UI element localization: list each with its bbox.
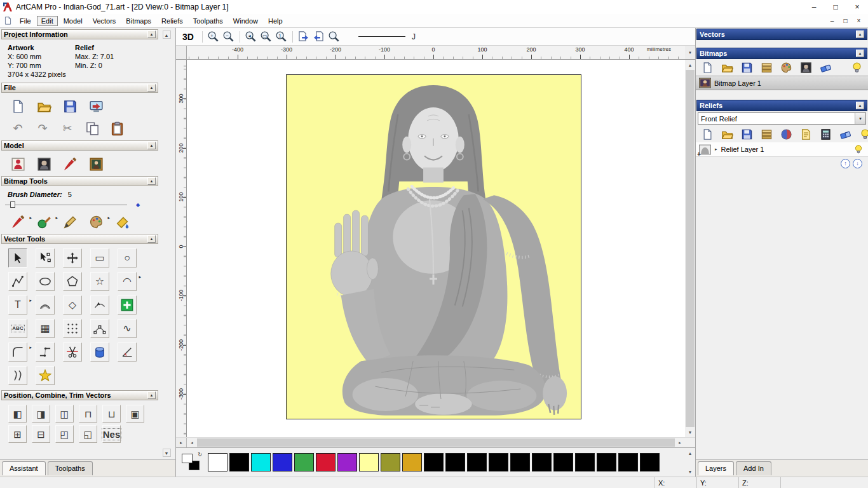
brush-diameter-slider[interactable]: ◆ bbox=[0, 198, 160, 210]
fillet-tool-flyout-icon[interactable]: ▸ bbox=[29, 345, 32, 350]
relief-set-select[interactable]: Front Relief ▼ bbox=[698, 112, 866, 125]
new-relief-layer-button[interactable] bbox=[700, 127, 715, 141]
palette-swatch-1[interactable] bbox=[229, 453, 249, 471]
toggle-relief-visibility-button[interactable] bbox=[857, 127, 868, 141]
paint-selective-button-flyout-icon[interactable]: ▸ bbox=[55, 215, 58, 220]
drawing-viewport[interactable] bbox=[187, 60, 685, 437]
join-vectors-tool[interactable] bbox=[36, 342, 55, 362]
palette-swatch-5[interactable] bbox=[316, 453, 336, 471]
group-vectors-button[interactable]: ⊞ bbox=[8, 425, 27, 443]
palette-swatch-7[interactable] bbox=[359, 453, 379, 471]
palette-swatch-15[interactable] bbox=[532, 453, 552, 471]
palette-swatch-9[interactable] bbox=[402, 453, 422, 471]
3d-view-button[interactable]: 3D bbox=[182, 32, 194, 42]
foreground-background-colors[interactable]: ↻ bbox=[181, 452, 203, 473]
delete-bitmap-layer-button[interactable] bbox=[818, 60, 833, 74]
create-text-tool[interactable]: T▸ bbox=[8, 295, 27, 315]
set-model-size-button[interactable] bbox=[9, 156, 27, 172]
collapse-reliefs-panel-button[interactable]: ▲ bbox=[856, 102, 864, 109]
assistant-scroll-down-button[interactable]: ▼ bbox=[163, 449, 171, 457]
transform-vectors-tool[interactable] bbox=[63, 248, 82, 268]
merge-bitmap-layers-button[interactable] bbox=[759, 60, 774, 74]
slider-track[interactable] bbox=[5, 205, 127, 205]
save-relief-layer-button[interactable] bbox=[739, 127, 754, 141]
create-arc-tool[interactable]: ◠▸ bbox=[118, 272, 137, 291]
foreground-color-swatch[interactable] bbox=[182, 454, 193, 463]
cut-button[interactable]: ✂ bbox=[58, 120, 76, 137]
greyscale-bitmap-button[interactable] bbox=[798, 60, 813, 74]
offset-vectors-tool[interactable]: ◇ bbox=[63, 295, 82, 315]
collapse-bitmaps-panel-button[interactable]: ▲ bbox=[856, 50, 864, 57]
tab-toolpaths[interactable]: Toolpaths bbox=[48, 461, 93, 475]
block-copy-tool[interactable] bbox=[63, 319, 82, 338]
collapse-vector-tools-button[interactable]: ▲ bbox=[147, 235, 156, 243]
menu-vectors[interactable]: Vectors bbox=[88, 16, 121, 26]
vertical-scrollbar[interactable]: ▲ ▼ bbox=[685, 60, 695, 437]
merge-relief-layers-button[interactable] bbox=[759, 127, 774, 141]
assistant-scrollbar[interactable]: ▲ ▼ bbox=[162, 30, 171, 457]
fillet-tool[interactable]: ▸ bbox=[8, 342, 27, 362]
align-top-button[interactable]: ⊓ bbox=[79, 405, 97, 423]
align-bottom-button[interactable]: ⊔ bbox=[102, 405, 121, 423]
paint-tool-button-flyout-icon[interactable]: ▸ bbox=[29, 215, 32, 220]
create-polyline-tool[interactable] bbox=[8, 272, 27, 291]
zoom-previous-button[interactable]: ◂ bbox=[243, 30, 259, 44]
menu-model[interactable]: Model bbox=[59, 16, 87, 26]
move-layer-up-button[interactable]: ↑ bbox=[841, 159, 850, 168]
swap-colors-icon[interactable]: ↻ bbox=[198, 452, 202, 458]
ruler-corner[interactable] bbox=[176, 46, 187, 60]
relief-layer-expander-icon[interactable]: ▸ bbox=[715, 147, 717, 152]
palette-swatch-13[interactable] bbox=[489, 453, 508, 471]
child-close-button[interactable]: × bbox=[852, 16, 865, 26]
menu-reliefs[interactable]: Reliefs bbox=[157, 16, 187, 26]
tab-assistant[interactable]: Assistant bbox=[2, 461, 46, 475]
scroll-down-button[interactable]: ▼ bbox=[685, 427, 695, 437]
zoom-window-button[interactable]: ▭ bbox=[259, 30, 274, 44]
palette-scroll-up-button[interactable]: ▲ bbox=[685, 448, 695, 458]
zoom-objects-button[interactable] bbox=[327, 30, 342, 44]
palette-swatch-0[interactable] bbox=[208, 453, 227, 471]
centre-in-page-button[interactable]: ▣ bbox=[126, 405, 144, 423]
delete-relief-layer-button[interactable] bbox=[837, 127, 853, 141]
create-arc-tool-flyout-icon[interactable]: ▸ bbox=[139, 274, 141, 280]
new-model-button[interactable] bbox=[9, 98, 27, 114]
palette-swatch-6[interactable] bbox=[337, 453, 357, 471]
collapse-file-button[interactable]: ▲ bbox=[147, 84, 156, 92]
tab-addin[interactable]: Add In bbox=[736, 461, 771, 475]
text-on-curve-tool[interactable] bbox=[90, 295, 109, 315]
assistant-scroll-up-button[interactable]: ▲ bbox=[163, 30, 171, 39]
zoom-scale-button[interactable]: 1 bbox=[274, 30, 289, 44]
collapse-position-button[interactable]: ▲ bbox=[147, 391, 156, 399]
align-centre-button[interactable]: ◫ bbox=[55, 405, 74, 423]
paint-selective-button[interactable]: ▸ bbox=[35, 214, 53, 230]
toggle-bitmap-visibility-button[interactable] bbox=[849, 60, 864, 74]
smooth-spline-tool[interactable] bbox=[36, 366, 55, 385]
colour-palette-button-flyout-icon[interactable]: ▸ bbox=[107, 215, 110, 220]
relief-layer-row[interactable]: + ▸ Relief Layer 1 bbox=[696, 142, 868, 157]
create-star-tool[interactable]: ☆ bbox=[90, 272, 109, 291]
palette-swatch-4[interactable] bbox=[294, 453, 314, 471]
menu-window[interactable]: Window bbox=[229, 16, 262, 26]
close-button[interactable]: × bbox=[846, 0, 868, 14]
transfer-to-3d-button[interactable] bbox=[296, 30, 311, 44]
palette-swatch-12[interactable] bbox=[467, 453, 487, 471]
flood-fill-button[interactable] bbox=[113, 214, 131, 230]
create-polygon-tool[interactable] bbox=[63, 272, 82, 291]
palette-swatch-2[interactable] bbox=[251, 453, 271, 471]
palette-swatch-19[interactable] bbox=[618, 453, 638, 471]
adjust-model-button[interactable] bbox=[35, 156, 53, 172]
palette-swatch-11[interactable] bbox=[445, 453, 465, 471]
palette-swatch-3[interactable] bbox=[273, 453, 292, 471]
zoom-in-button[interactable]: + bbox=[206, 30, 221, 44]
colour-palette-button[interactable]: ▸ bbox=[87, 214, 105, 230]
palette-swatch-10[interactable] bbox=[424, 453, 444, 471]
node-editing-tool[interactable] bbox=[36, 248, 55, 268]
collapse-vectors-panel-button[interactable]: ▲ bbox=[856, 30, 864, 38]
palette-swatch-8[interactable] bbox=[381, 453, 400, 471]
export-model-button[interactable] bbox=[87, 98, 105, 114]
load-relief-layer-button[interactable] bbox=[719, 127, 735, 141]
fit-arcs-tool[interactable] bbox=[90, 319, 109, 338]
palette-swatch-17[interactable] bbox=[575, 453, 595, 471]
menu-help[interactable]: Help bbox=[264, 16, 287, 26]
scroll-up-button[interactable]: ▲ bbox=[685, 60, 695, 70]
